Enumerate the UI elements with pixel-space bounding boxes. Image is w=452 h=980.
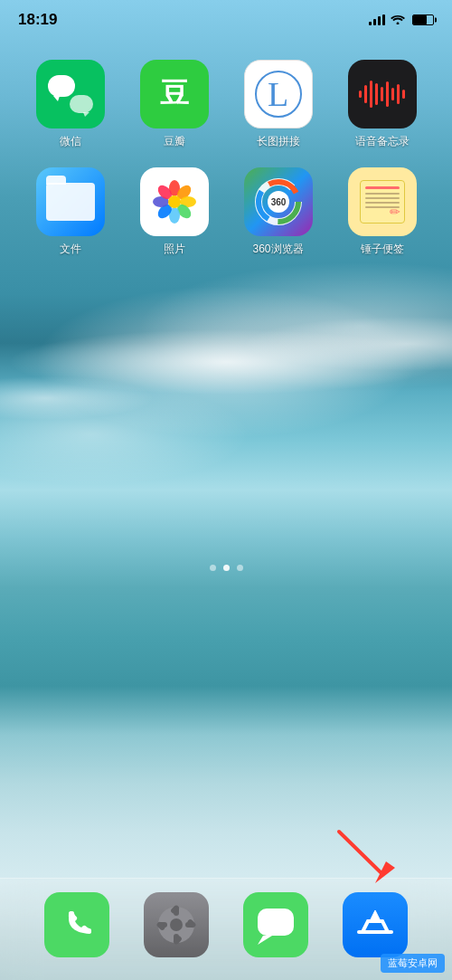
settings-svg [156,905,196,945]
douban-label: 豆瓣 [164,134,185,149]
svg-point-20 [170,918,183,931]
dock-messages[interactable] [243,892,308,957]
svg-marker-30 [258,936,272,945]
svg-point-9 [168,195,181,208]
svg-rect-29 [258,909,294,936]
wechat-label: 微信 [60,134,81,149]
voice-icon [348,60,417,128]
photos-icon [140,167,209,236]
wechat-icon [36,60,105,128]
files-label: 文件 [60,242,81,257]
app-item-notes[interactable]: ✏ 锤子便签 [334,167,429,257]
status-icons [369,13,434,27]
app-item-voice[interactable]: 语音备忘录 [334,60,429,149]
photos-svg [150,177,199,226]
signal-icon [369,14,385,25]
page-dots [0,565,452,571]
page-dot-1 [223,565,230,571]
watermark: 蓝莓安卓网 [381,954,445,973]
notes-icon: ✏ [348,167,417,236]
changtu-icon: L [244,60,313,128]
svg-text:360: 360 [270,197,286,207]
app-item-douban[interactable]: 豆 豆瓣 [127,60,221,149]
app-item-360[interactable]: 360 360浏览器 [231,167,325,257]
notes-label: 锤子便签 [361,242,404,257]
foam-overlay [0,290,452,471]
page-dot-2 [237,565,243,571]
app-grid: 微信 豆 豆瓣 L 长图拼接 语音备忘录 [0,42,452,275]
dock-appstore[interactable] [343,892,408,957]
douban-text: 豆 [160,74,189,114]
app-item-changtu[interactable]: L 长图拼接 [231,60,325,149]
360-label: 360浏览器 [252,242,303,257]
douban-icon: 豆 [140,60,209,128]
app-item-files[interactable]: 文件 [23,167,118,257]
360-icon: 360 [244,167,313,236]
dock-settings[interactable] [144,892,209,957]
phone-svg [60,908,94,942]
messages-svg [256,905,296,945]
page-dot-0 [210,565,216,571]
voice-waves [359,78,405,110]
changtu-letter: L [255,71,302,118]
changtu-label: 长图拼接 [257,134,300,149]
battery-icon [412,14,434,25]
status-bar: 18:19 [0,0,452,33]
app-item-photos[interactable]: 照片 [127,167,221,257]
folder-shape [46,183,95,221]
360-svg: 360 [253,176,304,227]
dock-phone[interactable] [44,892,109,957]
voice-label: 语音备忘录 [355,134,410,149]
files-icon [36,167,105,236]
status-time: 18:19 [18,11,57,29]
app-item-wechat[interactable]: 微信 [23,60,118,149]
appstore-svg [355,905,395,945]
photos-label: 照片 [164,242,185,257]
wifi-icon [391,13,405,27]
